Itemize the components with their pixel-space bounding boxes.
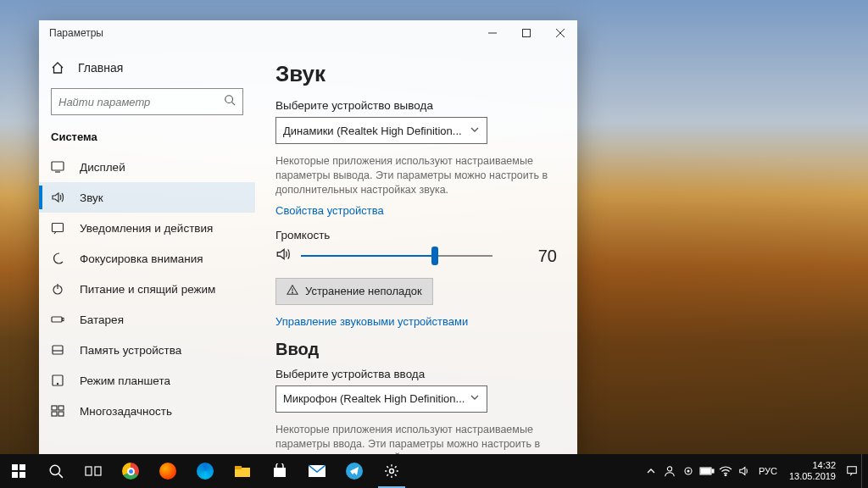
svg-point-35: [390, 469, 394, 474]
tray-volume-icon[interactable]: [735, 454, 754, 488]
output-desc: Некоторые приложения используют настраив…: [275, 154, 555, 197]
svg-rect-11: [52, 317, 62, 322]
home-icon: [51, 61, 64, 75]
sidebar-item-label: Звук: [80, 191, 103, 204]
sidebar-item-multitask[interactable]: Многозадачность: [39, 396, 255, 426]
power-icon: [51, 282, 64, 296]
sidebar-item-label: Память устройства: [80, 344, 181, 357]
sidebar: Главная Система Дисплей Звук Уведомления…: [39, 46, 255, 457]
sidebar-item-display[interactable]: Дисплей: [39, 152, 255, 182]
storage-icon: [51, 343, 64, 357]
search-box[interactable]: [51, 88, 243, 115]
svg-rect-32: [235, 466, 242, 469]
sidebar-item-label: Батарея: [80, 313, 124, 326]
tray-location-icon[interactable]: [679, 454, 698, 488]
minimize-button[interactable]: [476, 20, 509, 46]
tray-language[interactable]: РУС: [754, 466, 782, 476]
tray-chevron-up-icon[interactable]: [642, 454, 660, 488]
sidebar-item-label: Многозадачность: [80, 405, 172, 418]
sidebar-item-battery[interactable]: Батарея: [39, 304, 255, 335]
svg-rect-25: [12, 472, 18, 478]
input-device-label: Выберите устройства ввода: [275, 368, 557, 380]
notifications-icon: [51, 221, 64, 235]
display-icon: [51, 160, 64, 174]
sidebar-item-notifications[interactable]: Уведомления и действия: [39, 213, 255, 243]
taskbar-app-edge[interactable]: [186, 454, 224, 488]
svg-rect-1: [523, 30, 531, 37]
sidebar-item-storage[interactable]: Память устройства: [39, 335, 255, 365]
sidebar-item-label: Режим планшета: [80, 374, 170, 387]
output-device-combo[interactable]: Динамики (Realtek High Definition...: [275, 117, 487, 144]
taskbar-app-store[interactable]: [261, 454, 298, 488]
output-device-label: Выберите устройство вывода: [275, 99, 557, 112]
show-desktop-button[interactable]: [861, 454, 866, 488]
svg-rect-33: [274, 468, 286, 477]
content-area: Звук Выберите устройство вывода Динамики…: [255, 46, 577, 457]
battery-icon: [51, 313, 64, 326]
tray-battery-icon[interactable]: [698, 454, 716, 488]
taskbar: РУС 14:32 13.05.2019: [0, 454, 868, 488]
taskbar-search-icon[interactable]: [37, 454, 75, 488]
sidebar-home-label: Главная: [78, 61, 123, 75]
svg-point-16: [57, 383, 58, 384]
taskbar-app-telegram[interactable]: [336, 454, 373, 488]
tray-wifi-icon[interactable]: [716, 454, 735, 488]
search-input[interactable]: [58, 96, 224, 108]
maximize-button[interactable]: [509, 20, 543, 46]
close-button[interactable]: [543, 20, 577, 46]
input-device-combo[interactable]: Микрофон (Realtek High Definition...: [275, 385, 487, 413]
sidebar-item-focus[interactable]: Фокусировка внимания: [39, 243, 255, 274]
device-properties-link[interactable]: Свойства устройства: [275, 204, 557, 217]
svg-rect-18: [58, 406, 64, 410]
svg-rect-29: [86, 467, 92, 475]
svg-rect-24: [19, 464, 25, 470]
input-desc: Некоторые приложения используют настраив…: [275, 423, 555, 457]
svg-rect-43: [848, 467, 857, 474]
start-button[interactable]: [0, 454, 37, 488]
svg-point-27: [50, 465, 59, 474]
taskbar-app-settings[interactable]: [373, 454, 410, 488]
tray-clock[interactable]: 14:32 13.05.2019: [782, 460, 843, 481]
tray-action-center-icon[interactable]: [843, 454, 861, 488]
volume-icon: [275, 247, 291, 265]
taskbar-app-explorer[interactable]: [224, 454, 261, 488]
manage-devices-link[interactable]: Управление звуковыми устройствами: [275, 315, 557, 328]
volume-label: Громкость: [275, 229, 557, 241]
focus-icon: [51, 252, 64, 265]
sidebar-item-label: Уведомления и действия: [80, 222, 213, 235]
tray-time: 14:32: [789, 460, 836, 471]
window-title: Параметры: [49, 27, 103, 39]
sidebar-item-label: Дисплей: [80, 161, 125, 174]
taskbar-app-firefox[interactable]: [149, 454, 186, 488]
tablet-icon: [51, 374, 64, 387]
sidebar-home[interactable]: Главная: [39, 53, 255, 83]
svg-rect-41: [701, 469, 710, 474]
svg-rect-17: [52, 406, 57, 410]
chevron-down-icon: [470, 125, 480, 137]
troubleshoot-button[interactable]: Устранение неполадок: [275, 278, 433, 305]
svg-rect-12: [63, 319, 64, 321]
sidebar-item-power[interactable]: Питание и спящий режим: [39, 274, 255, 304]
svg-line-5: [232, 103, 236, 106]
output-device-value: Динамики (Realtek High Definition...: [283, 125, 462, 137]
task-view-icon[interactable]: [75, 454, 112, 488]
svg-rect-19: [52, 412, 57, 416]
volume-value: 70: [528, 247, 557, 266]
sidebar-item-sound[interactable]: Звук: [39, 182, 255, 213]
input-section-title: Ввод: [275, 340, 557, 359]
taskbar-app-mail[interactable]: [298, 454, 336, 488]
settings-window: Параметры Главная Система Дисплей Звук: [39, 20, 577, 457]
sound-icon: [51, 191, 64, 204]
taskbar-app-chrome[interactable]: [112, 454, 149, 488]
sidebar-item-label: Питание и спящий режим: [80, 283, 215, 296]
chevron-down-icon: [470, 392, 480, 405]
tray-people-icon[interactable]: [660, 454, 679, 488]
warning-icon: [287, 284, 298, 298]
volume-slider[interactable]: [301, 249, 492, 263]
sidebar-item-tablet[interactable]: Режим планшета: [39, 365, 255, 396]
svg-point-4: [225, 96, 233, 103]
tray-date: 13.05.2019: [789, 471, 836, 482]
search-icon: [224, 94, 236, 109]
input-device-value: Микрофон (Realtek High Definition...: [283, 392, 465, 405]
svg-rect-30: [95, 467, 101, 475]
